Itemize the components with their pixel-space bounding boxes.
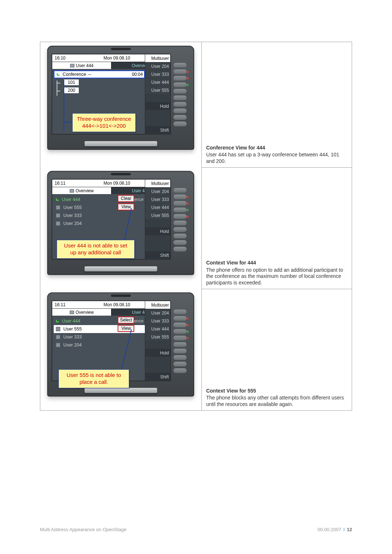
- hardkey[interactable]: [173, 220, 187, 226]
- callout-text: up any additional call: [61, 249, 131, 256]
- side-user333[interactable]: User 333: [145, 70, 170, 78]
- hardkey[interactable]: [173, 240, 187, 245]
- held-icon: [56, 213, 60, 218]
- view-button[interactable]: View: [118, 203, 134, 210]
- hardkey[interactable]: [173, 309, 187, 315]
- side-user204[interactable]: User 204: [145, 309, 170, 317]
- speaker-slot: [111, 48, 131, 50]
- hardkey[interactable]: [173, 335, 187, 341]
- hardkey[interactable]: [173, 207, 187, 213]
- callout-cannot-place: User 555 is not able to place a call.: [58, 369, 129, 388]
- clear-button[interactable]: Clear: [118, 195, 134, 202]
- hardkey[interactable]: [173, 361, 187, 367]
- date-label: Mon 09.08.10: [103, 181, 130, 186]
- side-spacer: [145, 110, 170, 118]
- hardkey[interactable]: [173, 89, 187, 94]
- hardkey[interactable]: [173, 95, 187, 100]
- side-hold[interactable]: Hold: [145, 349, 170, 357]
- held-icon: [56, 205, 60, 210]
- side-user555[interactable]: User 555: [145, 333, 170, 341]
- side-user444[interactable]: User 444: [145, 325, 170, 333]
- footer-title: Multi Address Appearance on OpenStage: [40, 527, 127, 532]
- hardkey-column: [171, 300, 190, 373]
- caption-title: Conference View for 444: [206, 145, 345, 151]
- side-user555[interactable]: User 555: [145, 86, 170, 94]
- hardkey[interactable]: [173, 368, 187, 373]
- hardkey[interactable]: [173, 201, 187, 206]
- callout-text: User 444 is not able to set: [61, 242, 131, 249]
- phone-stand: [85, 388, 157, 393]
- hardkey[interactable]: [173, 233, 187, 239]
- tab-overview[interactable]: Overview: [52, 308, 111, 316]
- row-label: User 204: [63, 342, 82, 348]
- side-user444[interactable]: User 444: [145, 78, 170, 86]
- footer-divider: I: [343, 527, 345, 532]
- side-multiuser: Multiuser: [145, 301, 170, 309]
- row-label: 200: [64, 87, 79, 93]
- row-label: Conference →: [62, 72, 92, 77]
- hardkey[interactable]: [173, 188, 187, 193]
- date-label: Mon 09.08.10: [103, 302, 130, 307]
- caption-body: The phone offers no option to add an add…: [206, 267, 345, 286]
- side-user333[interactable]: User 333: [145, 317, 170, 325]
- side-shift[interactable]: Shift: [145, 126, 170, 134]
- hardkey[interactable]: [173, 102, 187, 107]
- select-button[interactable]: Select: [118, 316, 134, 324]
- side-shift[interactable]: Shift: [145, 373, 170, 381]
- hardkey[interactable]: [173, 348, 187, 354]
- callout-no-additional: User 444 is not able to set up any addit…: [57, 240, 135, 259]
- hardkey[interactable]: [173, 316, 187, 321]
- time-label: 16:11: [54, 181, 65, 186]
- side-spacer: [145, 118, 170, 126]
- conference-row[interactable]: Conference → 00:04: [54, 70, 145, 78]
- hardkey[interactable]: [173, 69, 187, 74]
- view-button[interactable]: View: [118, 325, 134, 332]
- side-user204[interactable]: User 204: [145, 188, 170, 196]
- footer-date: 00.00.2007: [318, 527, 341, 532]
- hardkey[interactable]: [173, 246, 187, 252]
- hardkey[interactable]: [173, 82, 187, 87]
- hardkey[interactable]: [173, 121, 187, 127]
- tab-user444[interactable]: User 444: [52, 62, 111, 69]
- tab-overview[interactable]: Overview: [52, 187, 111, 194]
- callout-text: User 555 is not able to: [62, 372, 125, 379]
- row-user333[interactable]: User 333: [54, 212, 145, 219]
- timer-label: 00:04: [132, 72, 143, 77]
- side-shift[interactable]: Shift: [145, 251, 170, 259]
- call-icon: [57, 73, 60, 76]
- row-user204[interactable]: User 204: [54, 219, 145, 227]
- row-label: User 204: [63, 221, 82, 226]
- hardkey-column: [171, 179, 190, 252]
- hardkey[interactable]: [173, 194, 187, 200]
- call-icon: [56, 198, 59, 201]
- callout-text: 444<->101<->200: [76, 123, 132, 130]
- time-label: 16:10: [54, 56, 65, 61]
- hardkey[interactable]: [173, 214, 187, 219]
- row-label: User 333: [63, 335, 82, 340]
- hardkey[interactable]: [173, 355, 187, 360]
- side-user204[interactable]: User 204: [145, 62, 170, 70]
- side-user444[interactable]: User 444: [145, 204, 170, 212]
- softkey-column: Multiuser User 204 User 333 User 444 Use…: [145, 54, 170, 134]
- caption-title: Context View for 555: [206, 388, 345, 394]
- hardkey[interactable]: [173, 62, 187, 68]
- row-label: User 444: [62, 319, 80, 324]
- side-user333[interactable]: User 333: [145, 196, 170, 204]
- hardkey[interactable]: [173, 115, 187, 120]
- hardkey[interactable]: [173, 75, 187, 81]
- row-user204[interactable]: User 204: [54, 341, 145, 349]
- hardkey[interactable]: [173, 108, 187, 114]
- hardkey[interactable]: [173, 342, 187, 347]
- hardkey-column: [171, 54, 190, 127]
- side-hold[interactable]: Hold: [145, 227, 170, 235]
- hardkey[interactable]: [173, 227, 187, 232]
- side-hold[interactable]: Hold: [145, 102, 170, 110]
- phone-stand: [85, 141, 157, 146]
- row-label: User 555: [63, 327, 82, 332]
- row-user333[interactable]: User 333: [54, 333, 145, 341]
- softkey-column: Multiuser User 204 User 333 User 444 Use…: [145, 301, 170, 381]
- side-user555[interactable]: User 555: [145, 212, 170, 219]
- hardkey[interactable]: [173, 322, 187, 328]
- participant-101: 101: [54, 78, 145, 86]
- hardkey[interactable]: [173, 329, 187, 334]
